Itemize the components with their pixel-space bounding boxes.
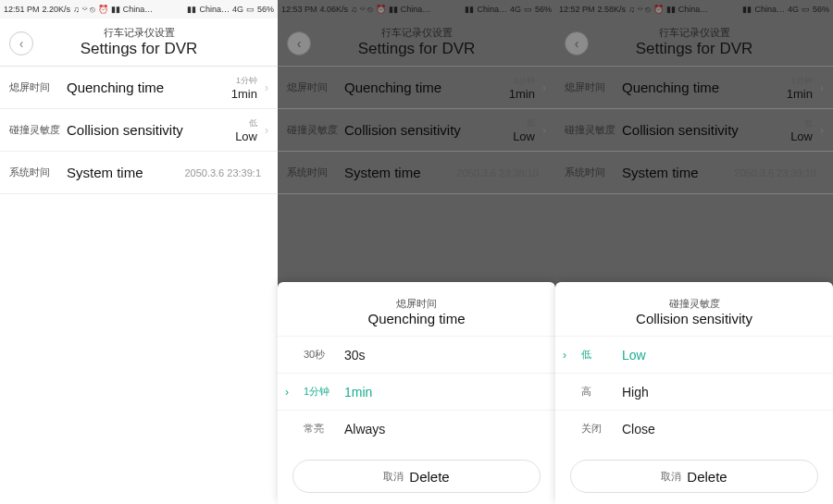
row-label-en: Quenching time <box>344 80 509 95</box>
cancel-label-cn: 取消 <box>383 470 404 484</box>
status-battery: 56% <box>813 5 829 14</box>
setting-row-system-time[interactable]: 系统时间System time2050.3.6 23:39:1 <box>0 152 278 194</box>
sheet-title-cn: 熄屏时间 <box>278 297 555 311</box>
status-bar: 12:53 PM4.06K/s♫⌔⦸⏰▮▮China…▮▮China…4G▭56… <box>278 0 555 18</box>
sheet-option[interactable]: ›低Low <box>555 336 833 373</box>
chevron-right-icon: › <box>820 124 824 137</box>
setting-row-system-time[interactable]: 系统时间System time2050.3.6 23:38:10 <box>278 152 555 194</box>
mute-icon: ⦸ <box>645 5 651 15</box>
sheet-title: 碰撞灵敏度Collision sensitivity <box>555 291 833 336</box>
status-carrier: China… <box>477 5 507 14</box>
row-value-cn: 低 <box>249 117 257 129</box>
cancel-label-en: Delete <box>687 469 727 485</box>
check-icon: › <box>285 386 289 399</box>
row-value-cn: 1分钟 <box>791 75 813 87</box>
setting-row-quenching-time[interactable]: 熄屏时间Quenching time1分钟1min› <box>555 67 833 109</box>
row-value: 2050.3.6 23:39:10 <box>734 167 816 178</box>
signal-icon: ▮▮ <box>187 5 196 14</box>
row-label-en: Collision sensitivity <box>622 122 790 138</box>
back-button[interactable]: ‹ <box>287 31 311 55</box>
page-header: ‹行车记录仪设置Settings for DVR <box>278 18 555 67</box>
page-title-cn: 行车记录仪设置 <box>659 26 730 40</box>
setting-row-collision-sensitivity[interactable]: 碰撞灵敏度Collision sensitivity低Low› <box>0 109 278 152</box>
row-label-cn: 熄屏时间 <box>9 80 67 94</box>
status-bar: 12:51 PM2.20K/s♫⌔⦸⏰▮▮China…▮▮China…4G▭56… <box>0 0 278 18</box>
status-speed: 2.20K/s <box>43 5 71 14</box>
bluetooth-icon: ⌔ <box>360 5 365 14</box>
option-label-en: 30s <box>344 348 366 363</box>
page-title-cn: 行车记录仪设置 <box>381 26 453 40</box>
row-value-cn: 1分钟 <box>236 75 257 87</box>
row-label-cn: 系统时间 <box>565 166 622 179</box>
status-time: 12:52 PM <box>559 5 595 14</box>
battery-icon: ▭ <box>802 5 810 14</box>
bluetooth-icon: ⌔ <box>638 5 642 14</box>
settings-list: 熄屏时间Quenching time1分钟1min›碰撞灵敏度Collision… <box>0 67 278 504</box>
screen-panel: 12:51 PM2.20K/s♫⌔⦸⏰▮▮China…▮▮China…4G▭56… <box>0 0 278 504</box>
row-value-en: 2050.3.6 23:38:10 <box>456 167 539 178</box>
chevron-left-icon: ‹ <box>19 36 24 51</box>
mute-icon: ⦸ <box>90 5 95 15</box>
sheet-cancel-button[interactable]: 取消Delete <box>570 460 818 493</box>
sheet-title-en: Quenching time <box>278 311 555 326</box>
row-label-en: System time <box>67 165 184 180</box>
headset-icon: ♫ <box>73 5 80 14</box>
chevron-right-icon: › <box>542 81 546 94</box>
setting-row-collision-sensitivity[interactable]: 碰撞灵敏度Collision sensitivity低Low› <box>278 109 555 152</box>
row-label-cn: 碰撞灵敏度 <box>9 123 67 137</box>
row-label-cn: 熄屏时间 <box>287 80 344 94</box>
status-speed: 2.58K/s <box>598 5 627 14</box>
battery-icon: ▭ <box>246 5 255 14</box>
option-label-cn: 关闭 <box>581 422 622 436</box>
row-value-en: 1min <box>787 87 813 101</box>
row-label-en: Collision sensitivity <box>344 122 513 138</box>
row-value: 1分钟1min <box>787 75 813 101</box>
screen-panel: 12:52 PM2.58K/s♫⌔⦸⏰▮▮China…▮▮China…4G▭56… <box>555 0 833 504</box>
sheet-cancel-button[interactable]: 取消Delete <box>292 460 541 493</box>
cancel-label-cn: 取消 <box>661 470 681 484</box>
option-label-en: 1min <box>344 385 372 400</box>
bottom-sheet: 碰撞灵敏度Collision sensitivity›低Low›高High›关闭… <box>555 282 833 504</box>
sheet-option[interactable]: ›关闭Close <box>555 410 833 447</box>
page-header: ‹行车记录仪设置Settings for DVR <box>555 18 833 67</box>
row-value: 低Low <box>235 117 257 143</box>
sheet-option[interactable]: ›30秒30s <box>278 336 555 373</box>
chevron-right-icon: › <box>542 124 546 137</box>
chevron-left-icon: ‹ <box>575 36 579 51</box>
row-label-en: Quenching time <box>622 80 787 95</box>
sheet-option[interactable]: ›高High <box>555 373 833 410</box>
status-carrier: China… <box>678 5 709 14</box>
alarm-icon: ⏰ <box>653 5 664 14</box>
back-button[interactable]: ‹ <box>9 31 33 55</box>
status-network: 4G <box>788 5 799 14</box>
back-button[interactable]: ‹ <box>565 31 589 55</box>
headset-icon: ♫ <box>628 5 635 14</box>
cancel-label-en: Delete <box>409 469 449 485</box>
status-network: 4G <box>232 5 243 14</box>
sheet-option[interactable]: ›1分钟1min <box>278 373 555 410</box>
page-title-en: Settings for DVR <box>358 40 476 58</box>
battery-icon: ▭ <box>524 5 532 14</box>
setting-row-quenching-time[interactable]: 熄屏时间Quenching time1分钟1min› <box>0 67 278 109</box>
status-bar: 12:52 PM2.58K/s♫⌔⦸⏰▮▮China…▮▮China…4G▭56… <box>555 0 833 18</box>
option-label-cn: 低 <box>581 348 622 362</box>
signal-icon: ▮▮ <box>111 5 120 14</box>
signal-icon: ▮▮ <box>742 5 752 14</box>
row-value: 低Low <box>513 117 535 143</box>
row-label-en: System time <box>344 165 456 180</box>
setting-row-collision-sensitivity[interactable]: 碰撞灵敏度Collision sensitivity低Low› <box>555 109 833 152</box>
row-label-cn: 系统时间 <box>287 166 344 179</box>
status-time: 12:51 PM <box>4 5 40 14</box>
setting-row-system-time[interactable]: 系统时间System time2050.3.6 23:39:10 <box>555 152 833 194</box>
option-label-en: Always <box>344 422 385 436</box>
chevron-right-icon: › <box>265 81 268 94</box>
row-value: 2050.3.6 23:39:1 <box>184 167 261 178</box>
row-value-cn: 低 <box>804 117 813 129</box>
signal-icon: ▮▮ <box>389 5 398 14</box>
alarm-icon: ⏰ <box>98 5 108 14</box>
setting-row-quenching-time[interactable]: 熄屏时间Quenching time1分钟1min› <box>278 67 555 109</box>
option-label-cn: 30秒 <box>304 348 344 362</box>
sheet-option[interactable]: ›常亮Always <box>278 410 555 447</box>
option-label-en: High <box>622 385 649 400</box>
status-carrier: China… <box>199 5 230 14</box>
